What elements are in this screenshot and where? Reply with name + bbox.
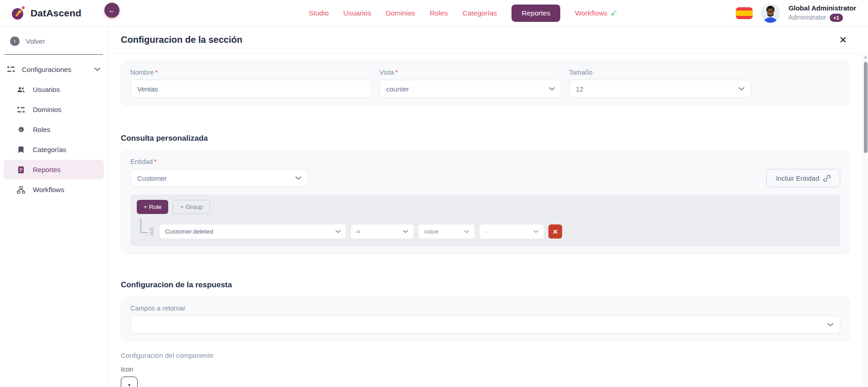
scrollbar-thumb[interactable] xyxy=(864,62,868,153)
chevron-left-icon: ‹ xyxy=(10,36,20,46)
chevron-down-icon xyxy=(94,67,100,71)
back-button[interactable]: ‹ Volver xyxy=(0,31,108,52)
required-asterisk: * xyxy=(155,69,158,76)
query-builder: + Rule + Group Customer.delete xyxy=(130,194,840,246)
campos-a-retornar-select[interactable] xyxy=(130,316,840,334)
campos-label: Campos a retornar xyxy=(130,305,840,312)
nav-usuarios[interactable]: Usuarios xyxy=(343,9,371,17)
sidebar-item-label: Workflows xyxy=(33,186,64,194)
add-rule-button[interactable]: + Rule xyxy=(137,200,168,214)
query-section-heading: Consulta personalizada xyxy=(121,134,850,143)
chevron-down-icon xyxy=(336,230,341,233)
sidebar-item-label: Reportes xyxy=(33,166,61,173)
sidebar-item-label: Usuarios xyxy=(33,86,60,93)
nav-categorias[interactable]: Categorías xyxy=(462,9,497,17)
app-logo-icon xyxy=(12,6,26,20)
nombre-input[interactable] xyxy=(130,80,372,98)
flaky-icon xyxy=(16,105,26,114)
nombre-label: Nombre* xyxy=(130,69,372,76)
tamano-select[interactable]: 12 xyxy=(569,80,751,98)
users-icon xyxy=(16,85,26,94)
icon-label: Icon xyxy=(121,366,850,373)
close-panel-button[interactable]: ✕ xyxy=(836,34,850,46)
component-config-label: Configuración del componente xyxy=(121,351,850,359)
chevron-down-icon xyxy=(549,87,555,91)
top-header: DatAscend Studio Usuarios Dominios Roles… xyxy=(0,0,868,26)
vertical-scrollbar[interactable]: ▲ xyxy=(863,54,868,387)
top-nav: Studio Usuarios Dominios Roles Categoría… xyxy=(309,5,617,22)
sidebar-item-dominios[interactable]: Dominios xyxy=(4,100,104,119)
sidebar-item-label: Categorías xyxy=(33,146,66,153)
gear-icon xyxy=(16,125,26,134)
user-role: Administrator xyxy=(788,14,826,22)
delete-rule-button[interactable]: ✕ xyxy=(548,224,562,239)
nav-roles[interactable]: Roles xyxy=(430,9,448,17)
response-section-heading: Configuracion de la respuesta xyxy=(121,280,850,290)
back-label: Volver xyxy=(26,37,45,45)
sidebar: ‹ Volver Configuraciones Usuarios xyxy=(0,26,108,387)
scroll-up-arrow-icon[interactable]: ▲ xyxy=(863,54,868,59)
sidebar-divider xyxy=(5,54,103,55)
rule-value-select[interactable]: - xyxy=(479,224,544,239)
app-name: DatAscend xyxy=(31,8,82,19)
chevron-down-icon xyxy=(464,230,469,233)
vista-field-group: Vista* counter xyxy=(379,69,562,98)
close-icon: ✕ xyxy=(553,228,558,235)
sidebar-item-reportes[interactable]: Reportes xyxy=(4,160,104,179)
caret-down-icon: ▾ xyxy=(128,382,130,387)
vista-label: Vista* xyxy=(379,69,562,76)
add-group-button[interactable]: + Group xyxy=(173,200,210,214)
chevron-down-icon xyxy=(533,230,538,233)
response-card: Campos a retornar xyxy=(121,297,850,341)
user-block: Global Administrator Administrator +1 xyxy=(788,4,856,22)
required-asterisk: * xyxy=(395,69,398,76)
nav-dominios[interactable]: Dominios xyxy=(386,9,415,17)
sidebar-item-roles[interactable]: Roles xyxy=(4,120,104,139)
bookmark-icon xyxy=(16,145,26,154)
rule-row: Customer.deleted = value xyxy=(137,224,834,239)
flaky-icon xyxy=(6,65,16,74)
sidebar-item-label: Roles xyxy=(33,126,50,133)
close-icon: ✕ xyxy=(839,35,847,45)
report-icon xyxy=(16,165,26,174)
app-logo: DatAscend xyxy=(12,6,82,20)
sidebar-collapse-button[interactable]: ← xyxy=(104,3,119,18)
rule-operator-select[interactable]: = xyxy=(351,224,414,239)
section-config-panel: Configuracion de la sección ✕ Nombre* Vi… xyxy=(108,26,863,387)
section-fields-card: Nombre* Vista* counter xyxy=(121,61,850,106)
panel-header: Configuracion de la sección ✕ xyxy=(108,26,863,54)
tamano-label: Tamaño xyxy=(569,69,751,76)
back-arrow-icon: ← xyxy=(108,6,116,14)
page-title: Configuracion de la sección xyxy=(121,35,243,45)
nombre-field-group: Nombre* xyxy=(130,69,372,98)
icon-picker-button[interactable]: ▾ xyxy=(121,377,138,387)
entidad-select[interactable]: Customer xyxy=(130,169,308,187)
sidebar-item-categorias[interactable]: Categorías xyxy=(4,140,104,159)
sidebar-item-usuarios[interactable]: Usuarios xyxy=(4,80,104,99)
required-asterisk: * xyxy=(154,158,157,165)
test-tube-icon xyxy=(610,10,617,17)
nav-reportes-active[interactable]: Reportes xyxy=(512,5,560,22)
tamano-field-group: Tamaño 12 xyxy=(569,69,751,98)
sidebar-item-workflows[interactable]: Workflows xyxy=(4,180,104,199)
vista-select[interactable]: counter xyxy=(379,80,562,98)
spain-flag-icon[interactable] xyxy=(736,7,753,19)
chevron-down-icon xyxy=(739,87,744,91)
entidad-label: Entidad* xyxy=(130,158,308,165)
nav-workflows[interactable]: Workflows xyxy=(575,9,607,17)
avatar[interactable] xyxy=(761,4,780,23)
sidebar-item-label: Dominios xyxy=(33,106,62,113)
include-entity-button[interactable]: Incluir Entidad xyxy=(766,169,840,187)
sidebar-section-configuraciones[interactable]: Configuraciones xyxy=(0,59,108,79)
query-card: Entidad* Customer Incluir Entidad xyxy=(121,150,850,254)
rule-field-select[interactable]: Customer.deleted xyxy=(159,224,346,239)
tree-connector xyxy=(140,219,148,233)
user-name: Global Administrator xyxy=(788,4,856,13)
role-count-badge[interactable]: +1 xyxy=(830,14,843,22)
nav-studio[interactable]: Studio xyxy=(309,9,329,17)
rule-value-type-select[interactable]: value xyxy=(418,224,475,239)
header-right-group: Global Administrator Administrator +1 xyxy=(736,4,856,23)
chevron-down-icon xyxy=(827,323,833,326)
drag-handle-icon[interactable] xyxy=(150,227,154,236)
entidad-field-group: Entidad* Customer xyxy=(130,158,308,187)
